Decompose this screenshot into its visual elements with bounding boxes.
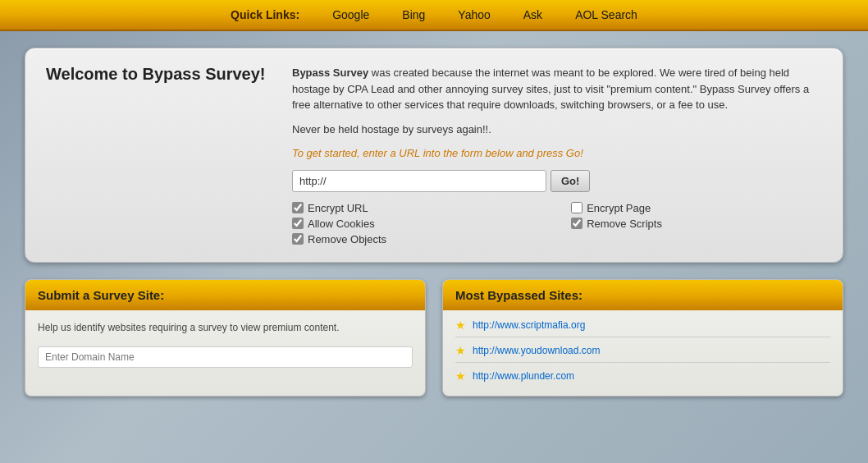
encrypt-url-checkbox-label[interactable]: Encrypt URL [292,202,546,214]
encrypt-page-checkbox-label[interactable]: Encrypt Page [571,202,822,214]
checkboxes-container: Encrypt URL Encrypt Page Allow Cookies R… [292,202,822,245]
welcome-cta: To get started, enter a URL into the for… [292,145,822,162]
bypassed-link-1[interactable]: http://www.youdownload.com [473,345,600,356]
star-icon-0: ★ [455,319,466,332]
url-form: Go! [292,170,822,192]
welcome-left: Welcome to Bypass Survey! [46,65,276,245]
bypassed-card-header: Most Bypassed Sites: [443,280,843,310]
remove-scripts-label: Remove Scripts [587,218,662,230]
welcome-right: Bypass Survey was created because the in… [292,65,822,245]
bypassed-list: ★ http://www.scriptmafia.org ★ http://ww… [443,310,843,396]
survey-card-header: Submit a Survey Site: [25,280,425,310]
remove-scripts-checkbox[interactable] [571,218,582,229]
nav-link-google[interactable]: Google [332,8,369,21]
allow-cookies-label: Allow Cookies [308,218,375,230]
star-icon-1: ★ [455,344,466,357]
allow-cookies-checkbox-label[interactable]: Allow Cookies [292,218,546,230]
survey-card: Submit a Survey Site: Help us identify w… [25,279,426,397]
welcome-title: Welcome to Bypass Survey! [46,65,276,84]
bypassed-link-2[interactable]: http://www.plunder.com [473,370,574,382]
remove-objects-checkbox[interactable] [292,233,304,245]
survey-card-body: Help us identify websites requiring a su… [25,310,425,378]
nav-link-bing[interactable]: Bing [402,8,425,21]
encrypt-page-checkbox[interactable] [571,202,582,213]
url-input[interactable] [292,170,546,192]
nav-link-aol[interactable]: AOL Search [575,8,637,21]
encrypt-url-checkbox[interactable] [292,202,304,213]
bypassed-item-1: ★ http://www.youdownload.com [455,344,830,363]
welcome-body: Bypass Survey was created because the in… [292,65,822,113]
welcome-card: Welcome to Bypass Survey! Bypass Survey … [25,48,843,263]
bypass-survey-bold: Bypass Survey [292,66,368,79]
bypassed-item-0: ★ http://www.scriptmafia.org [455,319,830,337]
nav-link-ask[interactable]: Ask [523,8,542,21]
main-content: Welcome to Bypass Survey! Bypass Survey … [0,31,868,413]
welcome-body-text: was created because the internet was mea… [292,66,809,111]
domain-name-input[interactable] [38,346,413,368]
go-button[interactable]: Go! [550,170,590,192]
quick-links-label: Quick Links: [231,8,299,21]
bypassed-item-2: ★ http://www.plunder.com [455,369,830,387]
remove-objects-label: Remove Objects [308,233,386,245]
bypassed-card: Most Bypassed Sites: ★ http://www.script… [442,279,843,397]
remove-objects-checkbox-label[interactable]: Remove Objects [292,233,546,245]
bypassed-link-0[interactable]: http://www.scriptmafia.org [473,319,585,331]
remove-scripts-checkbox-label[interactable]: Remove Scripts [571,218,822,230]
allow-cookies-checkbox[interactable] [292,218,304,229]
survey-description-text: Help us identify websites requiring a su… [38,322,340,333]
star-icon-2: ★ [455,369,466,383]
encrypt-url-label: Encrypt URL [308,202,368,214]
top-navigation: Quick Links: Google Bing Yahoo Ask AOL S… [0,0,868,31]
survey-description: Help us identify websites requiring a su… [38,320,413,335]
nav-link-yahoo[interactable]: Yahoo [458,8,490,21]
welcome-tagline: Never be held hostage by surveys again!!… [292,121,822,138]
bottom-section: Submit a Survey Site: Help us identify w… [25,279,843,397]
encrypt-page-label: Encrypt Page [587,202,651,214]
